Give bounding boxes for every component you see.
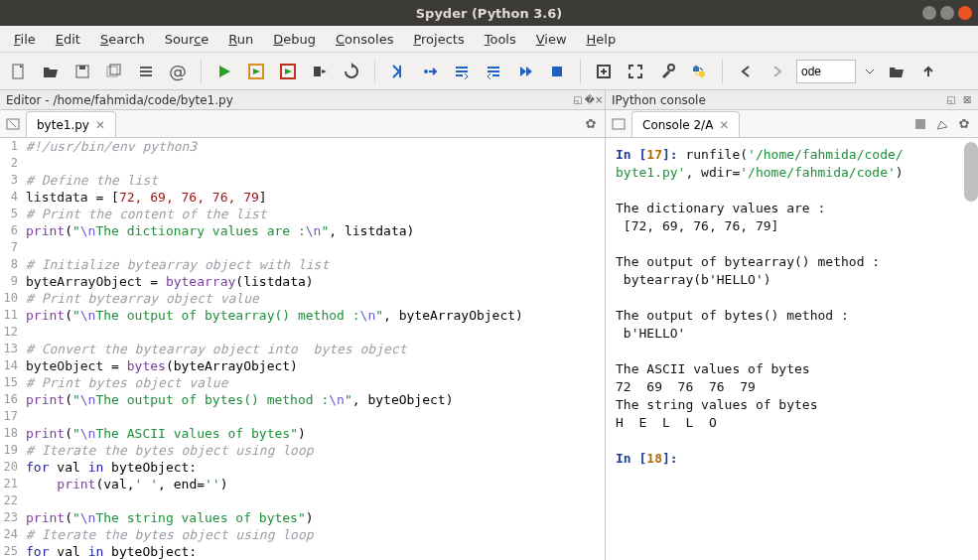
line-number: 4 [0,189,24,206]
back-button[interactable] [733,59,759,84]
console-pane-header: IPython console ◱ ⊠ [606,90,978,110]
code-line[interactable]: 7 [0,239,605,256]
step-into-button[interactable] [449,59,475,84]
debug-button[interactable] [385,59,411,84]
menu-tools[interactable]: Tools [477,29,524,50]
code-line[interactable]: 16print("\nThe output of bytes() method … [0,391,605,408]
code-line[interactable]: 4listdata = [72, 69, 76, 76, 79] [0,189,605,206]
editor-undock-icon[interactable]: ◱ [571,92,585,106]
code-line[interactable]: 25for val in byteObject: [0,543,605,560]
code-line[interactable]: 24# Iterate the bytes object using loop [0,526,605,543]
console-tab[interactable]: Console 2/A ✕ [631,111,740,137]
code-line[interactable]: 23print("\nThe string values of bytes") [0,509,605,526]
menu-debug[interactable]: Debug [265,29,324,50]
stop-debug-button[interactable] [544,59,570,84]
code-line[interactable]: 22 [0,492,605,509]
console-tab-close-icon[interactable]: ✕ [719,118,729,132]
preferences-button[interactable] [654,59,680,84]
python-path-button[interactable] [686,59,712,84]
fullscreen-button[interactable] [623,59,648,84]
browse-cwd-button[interactable] [884,59,909,84]
line-number: 14 [0,357,24,374]
svg-rect-2 [79,66,85,70]
menu-run[interactable]: Run [220,29,261,50]
step-button[interactable] [417,59,443,84]
code-line[interactable]: 3# Define the list [0,172,605,189]
console-title-label: IPython console [612,93,706,107]
save-button[interactable] [70,59,95,84]
code-editor[interactable]: 1#!/usr/bin/env python323# Define the li… [0,138,605,560]
maximize-pane-button[interactable] [591,59,617,84]
console-scrollbar[interactable] [964,142,978,202]
console-tab-list-icon[interactable] [610,115,628,133]
code-line[interactable]: 2 [0,155,605,172]
menu-view[interactable]: View [528,29,575,50]
line-number: 8 [0,256,24,273]
code-line[interactable]: 15# Print bytes object value [0,374,605,391]
tab-list-icon[interactable] [4,115,22,133]
window-close-button[interactable] [958,6,972,20]
code-line[interactable]: 1#!/usr/bin/env python3 [0,138,605,155]
console-undock-icon[interactable]: ◱ [944,92,958,106]
run-button[interactable] [211,59,237,84]
console-clear-icon[interactable] [934,116,950,132]
at-button[interactable]: @ [165,59,191,84]
main-toolbar: @ [0,53,978,90]
code-line[interactable]: 19# Iterate the bytes object using loop [0,442,605,459]
menu-file[interactable]: File [6,29,44,50]
svg-rect-17 [915,119,925,129]
ipython-console[interactable]: In [17]: runfile('/home/fahmida/code/ by… [606,138,978,560]
editor-tab-byte1[interactable]: byte1.py ✕ [26,111,116,137]
editor-tab-close-icon[interactable]: ✕ [95,118,105,132]
menu-projects[interactable]: Projects [405,29,472,50]
run-selection-button[interactable] [307,59,333,84]
code-line[interactable]: 17 [0,408,605,425]
line-number: 6 [0,222,24,239]
console-close-icon[interactable]: ⊠ [960,92,974,106]
save-all-button[interactable] [101,59,127,84]
code-line[interactable]: 9byteArrayObject = bytearray(listdata) [0,273,605,290]
forward-button[interactable] [765,59,790,84]
console-stop-icon[interactable] [912,116,928,132]
code-line[interactable]: 12 [0,324,605,341]
run-cell-advance-button[interactable] [275,59,301,84]
parent-dir-button[interactable] [915,59,941,84]
svg-point-14 [668,65,674,70]
editor-options-icon[interactable]: ✿ [583,116,599,132]
rerun-button[interactable] [339,59,364,84]
continue-button[interactable] [512,59,538,84]
step-out-button[interactable] [481,59,506,84]
code-line[interactable]: 14byteObject = bytes(byteArrayObject) [0,357,605,374]
line-number: 7 [0,239,24,256]
code-line[interactable]: 11print("\nThe output of bytearray() met… [0,307,605,324]
svg-rect-16 [613,119,625,129]
line-number: 5 [0,206,24,222]
code-line[interactable]: 21 print(val,' ', end='') [0,476,605,492]
window-maximize-button[interactable] [940,6,954,20]
code-line[interactable]: 6print("\nThe dictionary values are :\n"… [0,222,605,239]
line-number: 11 [0,307,24,324]
menu-help[interactable]: Help [579,29,625,50]
code-line[interactable]: 5# Print the content of the list [0,206,605,222]
list-button[interactable] [133,59,159,84]
line-number: 17 [0,408,24,425]
code-line[interactable]: 10# Print bytearray object value [0,290,605,307]
editor-close-icon[interactable]: �× [587,92,601,106]
menu-search[interactable]: Search [92,29,153,50]
menu-source[interactable]: Source [157,29,217,50]
open-file-button[interactable] [38,59,64,84]
line-number: 2 [0,155,24,172]
window-minimize-button[interactable] [922,6,936,20]
new-file-button[interactable] [6,59,32,84]
cwd-dropdown-button[interactable] [862,59,878,84]
code-line[interactable]: 8# Initialize bytearray object with list [0,256,605,273]
code-line[interactable]: 13# Convert the bytearray object into by… [0,341,605,357]
code-line[interactable]: 20for val in byteObject: [0,459,605,476]
code-line[interactable]: 18print("\nThe ASCII values of bytes") [0,425,605,442]
run-cell-button[interactable] [243,59,269,84]
menu-edit[interactable]: Edit [48,29,88,50]
menu-consoles[interactable]: Consoles [328,29,401,50]
line-number: 23 [0,509,24,526]
console-options-icon[interactable]: ✿ [956,116,972,132]
cwd-input[interactable] [796,60,856,83]
